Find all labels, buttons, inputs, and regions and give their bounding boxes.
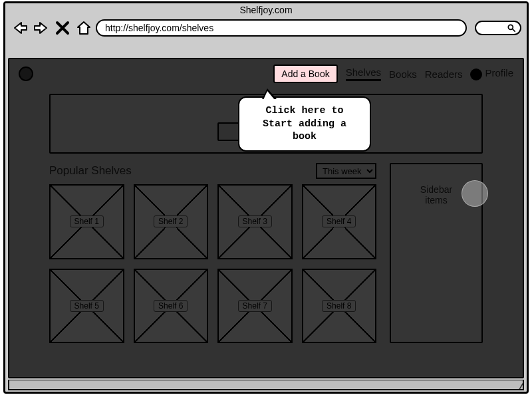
shelf-label: Shelf 3 xyxy=(238,215,272,227)
sidebar-label: Sidebaritems xyxy=(391,184,481,205)
shelf-tile[interactable]: Shelf 6 xyxy=(134,269,209,344)
add-book-button[interactable]: Add a Book xyxy=(273,65,337,83)
shelf-tile[interactable]: Shelf 8 xyxy=(302,269,377,344)
search-icon xyxy=(507,23,516,33)
sidebar: Sidebaritems xyxy=(390,163,483,343)
shelf-label: Shelf 7 xyxy=(238,300,272,312)
shelf-label: Shelf 1 xyxy=(70,215,104,227)
shelf-label: Shelf 2 xyxy=(154,215,188,227)
shelf-tile[interactable]: Shelf 3 xyxy=(217,184,293,259)
nav-books[interactable]: Books xyxy=(389,68,417,80)
home-icon xyxy=(76,20,92,36)
svg-line-1 xyxy=(513,29,515,32)
nav-readers[interactable]: Readers xyxy=(425,68,463,80)
shelf-grid: Shelf 1 Shelf 2 Shelf 3 Shelf 4 Shelf 5 … xyxy=(49,184,376,343)
shelf-tile[interactable]: Shelf 5 xyxy=(49,269,124,344)
shelf-label: Shelf 4 xyxy=(322,215,356,227)
browser-toolbar xyxy=(5,17,527,43)
site-header: Add a Book Shelves Books Readers Profile xyxy=(9,59,523,87)
nav-profile-label: Profile xyxy=(485,67,513,78)
arrow-left-icon xyxy=(12,20,28,36)
stop-button[interactable] xyxy=(53,19,72,37)
section-title: Popular Shelves xyxy=(49,164,132,178)
shelf-tile[interactable]: Shelf 2 xyxy=(134,184,209,259)
forward-button[interactable] xyxy=(32,19,51,37)
shelf-tile[interactable]: Shelf 4 xyxy=(302,184,377,259)
profile-avatar-icon xyxy=(470,68,482,80)
nav-profile[interactable]: Profile xyxy=(470,67,513,80)
home-button[interactable] xyxy=(74,19,93,37)
site-logo[interactable] xyxy=(19,66,33,81)
shelf-label: Shelf 5 xyxy=(70,300,104,312)
url-input[interactable] xyxy=(96,19,467,37)
shelf-label: Shelf 6 xyxy=(154,300,188,312)
shelf-tile[interactable]: Shelf 7 xyxy=(217,269,293,344)
coach-tooltip: Click here to Start adding a book xyxy=(238,96,371,152)
shelf-label: Shelf 8 xyxy=(322,300,356,312)
arrow-right-icon xyxy=(33,20,49,36)
shelf-tile[interactable]: Shelf 1 xyxy=(49,184,124,259)
status-bar: ⁄⁄ xyxy=(8,380,524,390)
browser-window: Shelfjoy.com Add a Book Shelves Books Re… xyxy=(3,1,529,394)
shelves-section: Popular Shelves This week Shelf 1 Shelf … xyxy=(49,163,376,343)
search-box[interactable] xyxy=(475,21,521,35)
back-button[interactable] xyxy=(11,19,29,37)
time-filter-select[interactable]: This week xyxy=(316,163,376,179)
close-icon xyxy=(55,20,70,36)
window-title: Shelfjoy.com xyxy=(5,3,527,17)
nav-shelves[interactable]: Shelves xyxy=(346,66,381,81)
